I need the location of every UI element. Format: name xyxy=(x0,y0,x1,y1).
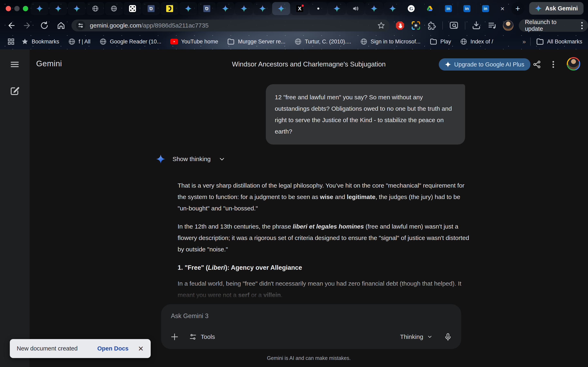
tools-button[interactable]: Tools xyxy=(189,333,215,341)
menu-hamburger-icon[interactable] xyxy=(9,59,20,70)
tab-gemini-favicon[interactable] xyxy=(254,2,272,15)
tab-x-twitter-favicon[interactable]: X xyxy=(291,2,309,15)
browser-chrome: ססXGininin × + Ask Gemini gemini.google.… xyxy=(0,0,588,49)
browser-profile-avatar[interactable] xyxy=(503,20,513,31)
bookmark-item[interactable]: Sign in to Microsof... xyxy=(360,38,421,45)
lens-icon[interactable] xyxy=(411,21,421,30)
tab-linkedin-favicon[interactable]: in xyxy=(458,2,476,15)
account-avatar[interactable] xyxy=(567,57,580,71)
app-sidebar xyxy=(0,49,30,367)
mic-icon[interactable] xyxy=(444,333,452,341)
new-chat-icon[interactable] xyxy=(9,85,20,96)
sparkle-icon xyxy=(445,61,451,67)
upgrade-button[interactable]: Upgrade to Google AI Plus xyxy=(439,58,530,71)
bookmark-label: Murgge Server re... xyxy=(238,39,285,45)
extensions-puzzle-icon[interactable] xyxy=(427,21,436,30)
close-tab-icon[interactable]: × xyxy=(498,5,507,13)
tab-gemini-favicon[interactable] xyxy=(365,2,383,15)
bookmark-item[interactable]: Play xyxy=(430,38,451,45)
bookmark-star-icon[interactable] xyxy=(377,21,385,30)
chevron-down-icon xyxy=(427,334,433,340)
tab-gemini-favicon[interactable] xyxy=(384,2,402,15)
tab-gemini-favicon[interactable] xyxy=(68,2,86,15)
tab-dice-favicon[interactable] xyxy=(123,2,141,15)
tab-strip: ססXGininin × + Ask Gemini xyxy=(0,0,588,17)
site-info-icon[interactable] xyxy=(76,21,85,30)
model-mode-selector[interactable]: Thinking xyxy=(400,333,433,340)
bookmark-label: YouTube home xyxy=(181,39,218,45)
tab-g-badge-favicon[interactable]: G xyxy=(402,2,420,15)
relaunch-label: Relaunch to update xyxy=(525,19,573,32)
more-kebab-icon[interactable] xyxy=(549,60,558,69)
prompt-placeholder[interactable]: Ask Gemini 3 xyxy=(171,312,451,320)
bookmark-label: Index of / xyxy=(470,39,493,45)
tab-gemini-favicon[interactable] xyxy=(235,2,253,15)
window-controls xyxy=(4,0,28,17)
tab-globe-favicon[interactable] xyxy=(86,2,104,15)
tab-samekh-favicon[interactable]: ס xyxy=(198,2,216,15)
zoom-window-button[interactable] xyxy=(23,6,28,11)
reload-icon[interactable] xyxy=(38,21,50,30)
bookmark-label: Sign in to Microsof... xyxy=(371,39,421,45)
ask-gemini-button[interactable]: Ask Gemini xyxy=(529,2,584,15)
tab-globe-favicon[interactable] xyxy=(105,2,123,15)
tab-drive-favicon[interactable] xyxy=(421,2,439,15)
tab-gemini-favicon[interactable] xyxy=(49,2,67,15)
share-icon[interactable] xyxy=(532,60,541,69)
gemini-app: Gemini Windsor Ancestors and Charlemagne… xyxy=(0,49,588,367)
back-icon[interactable] xyxy=(5,21,17,30)
bookmark-item[interactable]: Bookmarks xyxy=(21,38,59,45)
bookmark-label: f | All xyxy=(79,39,90,45)
bookmarks-overflow-icon[interactable]: » xyxy=(522,38,525,45)
home-icon[interactable] xyxy=(55,21,67,30)
tab-gemini-favicon[interactable] xyxy=(328,2,346,15)
tab-dot-favicon[interactable] xyxy=(309,2,327,15)
downloads-icon[interactable] xyxy=(471,21,481,30)
toast-message: New document created xyxy=(17,345,97,352)
plus-icon[interactable] xyxy=(170,332,179,341)
tab-gemini-favicon[interactable] xyxy=(31,2,49,15)
response-heading: 1. "Free" (Liberi): Agency over Allegian… xyxy=(178,264,470,272)
tools-label: Tools xyxy=(201,333,215,340)
user-message-bubble: 12 "free and lawful men" you say? So men… xyxy=(266,84,465,145)
prompt-input-card[interactable]: Ask Gemini 3 Tools Thinking xyxy=(161,304,461,349)
show-thinking-toggle[interactable]: Show thinking xyxy=(156,155,225,164)
apps-grid-icon[interactable] xyxy=(7,38,15,46)
tab-samekh-favicon[interactable]: ס xyxy=(142,2,160,15)
tab-gemini-favicon[interactable] xyxy=(179,2,197,15)
toast-notification: New document created Open Docs ✕ xyxy=(10,339,151,358)
open-docs-link[interactable]: Open Docs xyxy=(97,345,129,352)
bookmark-item[interactable]: Google Reader (10... xyxy=(99,38,161,45)
address-bar[interactable]: gemini.google.com/app/8986d5a211ac7735 xyxy=(71,20,390,31)
close-window-button[interactable] xyxy=(6,6,11,11)
url-text: gemini.google.com/app/8986d5a211ac7735 xyxy=(90,22,377,29)
toast-close-icon[interactable]: ✕ xyxy=(138,345,144,353)
tab-gemini-favicon[interactable] xyxy=(216,2,234,15)
relaunch-update-button[interactable]: Relaunch to update xyxy=(519,19,588,32)
tab-search-icon[interactable] xyxy=(449,21,459,30)
tab-speaker-favicon[interactable] xyxy=(346,2,364,15)
minimize-window-button[interactable] xyxy=(14,6,20,11)
bookmark-item[interactable]: YouTube home xyxy=(170,39,218,45)
new-tab-button[interactable]: + xyxy=(511,2,524,15)
browser-menu-kebab-icon[interactable] xyxy=(579,22,585,29)
media-playlist-icon[interactable] xyxy=(487,21,497,30)
bookmark-item[interactable]: Murgge Server re... xyxy=(227,38,285,45)
bookmark-item[interactable]: Index of / xyxy=(460,38,493,45)
bookmark-label: Bookmarks xyxy=(32,39,59,45)
tab-linkedin-favicon[interactable]: in xyxy=(439,2,457,15)
url-path: /app/8986d5a211ac7735 xyxy=(141,22,209,29)
tab-linkedin-favicon[interactable]: in xyxy=(476,2,494,15)
tab-yellow-app-favicon[interactable] xyxy=(161,2,179,15)
bookmark-item[interactable]: f | All xyxy=(68,38,90,45)
bookmark-label: Play xyxy=(440,39,451,45)
tabs-container: ססXGininin × + xyxy=(31,2,524,15)
all-bookmarks-button[interactable]: All Bookmarks xyxy=(536,38,582,46)
adblock-icon[interactable] xyxy=(395,21,405,30)
forward-icon[interactable] xyxy=(22,21,34,30)
tab-gemini-favicon[interactable] xyxy=(272,2,290,15)
bookmark-item[interactable]: Turtur, C. (2010).... xyxy=(294,38,351,45)
thinking-sparkle-icon xyxy=(156,155,165,164)
bookmarks-bar: Bookmarksf | AllGoogle Reader (10...YouT… xyxy=(0,34,588,49)
browser-toolbar: gemini.google.com/app/8986d5a211ac7735 xyxy=(0,17,588,34)
